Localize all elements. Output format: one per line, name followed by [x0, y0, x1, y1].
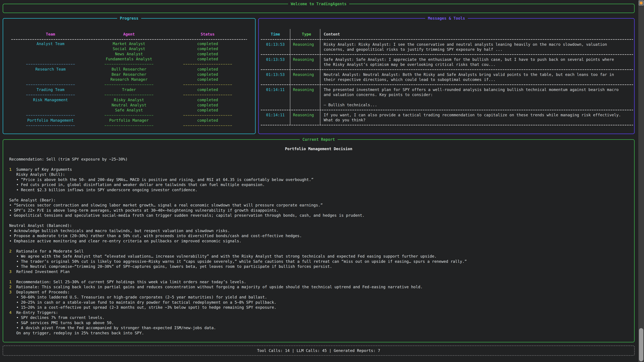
group-divider [11, 123, 247, 128]
type-cell: Reasoning [290, 87, 320, 108]
agent-cell: Portfolio Manager [90, 118, 168, 123]
report-line: • “Price is above both the 50- and 200-d… [9, 177, 634, 182]
current-report-panel: Current Report Portfolio Management Deci… [3, 139, 634, 343]
status-cell: completed [168, 67, 247, 72]
list-number: 1 [9, 279, 16, 285]
agent-cell: Bull Researcher [90, 67, 168, 72]
agent-cell: Social Analyst [90, 46, 168, 51]
team-cell [11, 56, 90, 62]
scrollbar-thumb[interactable] [639, 328, 643, 361]
status-cell: completed [168, 108, 247, 113]
table-row: Research Managercompleted [11, 77, 247, 82]
content-cell: Neutral Analyst: Neutral Analyst: Both t… [320, 72, 633, 82]
report-panel-title: Current Report [300, 137, 338, 142]
welcome-banner: Welcome to TradingAgents [3, 4, 634, 13]
scrollbar-track[interactable] [638, 0, 644, 362]
table-row: Neutral Analystcompleted [11, 103, 247, 108]
team-cell: Trading Team [11, 87, 90, 92]
status-cell: completed [168, 97, 247, 103]
type-cell: Reasoning [290, 112, 320, 123]
content-line: Risky Analyst: Risky Analyst: I see the … [324, 42, 633, 47]
table-row: Social Analystcompleted [11, 46, 247, 51]
header-divider [11, 39, 247, 40]
scrollbar-top-button[interactable] [639, 1, 644, 5]
status-cell: completed [168, 41, 247, 46]
report-line: 3Deployment of Proceeds: [9, 290, 634, 295]
report-blank-line [9, 218, 634, 223]
team-cell [11, 108, 90, 113]
report-line: 4Re-Entry Triggers: [9, 310, 634, 315]
content-line: Neutral Analyst: Neutral Analyst: Both t… [324, 72, 633, 77]
report-line: • SPY’s 22× P/E is above long-term avera… [9, 208, 634, 213]
team-cell [11, 77, 90, 82]
content-line: – Bullish technicals... [324, 102, 633, 108]
list-number: 3 [9, 290, 16, 295]
report-line: Recommendation: Sell (trim SPY exposure … [9, 157, 634, 162]
column-header-agent: Agent [90, 32, 168, 37]
report-line: • The trader’s original 50% cut is likel… [9, 259, 634, 264]
content-line: the Risky Analyst’s optimism may be over… [324, 62, 633, 67]
report-line: • Propose a moderate trim (20–30%) rathe… [9, 233, 634, 239]
content-line [324, 97, 633, 103]
report-line: 3Refined Investment Plan [9, 269, 634, 274]
time-cell: 01:13:53 [261, 72, 290, 82]
table-row: Research TeamBull Researchercompleted [11, 67, 247, 72]
report-line: • Geopolitical tensions and speculative … [9, 213, 634, 218]
status-cell: completed [168, 103, 247, 108]
agent-cell: Fundamentals Analyst [90, 56, 168, 62]
content-line: Safe Analyst: Safe Analyst: I appreciate… [324, 57, 633, 62]
agent-cell: Neutral Analyst [90, 103, 168, 108]
message-row: 01:13:53ReasoningNeutral Analyst: Neutra… [261, 70, 633, 84]
column-header-content: Content [320, 32, 633, 37]
list-number: 2 [9, 284, 16, 290]
report-line: • 50–60% into laddered U.S. Treasuries o… [9, 295, 634, 300]
column-header-team: Team [11, 32, 90, 37]
report-line: Safe Analyst (Bear): [9, 198, 634, 203]
messages-table: Time Type Content 01:13:53ReasoningRisky… [261, 29, 633, 125]
status-cell: completed [168, 87, 247, 92]
group-divider [11, 113, 247, 118]
report-line: • We agree with the Safe Analyst that “e… [9, 254, 634, 259]
report-line: Risky Analyst (Bull): [9, 172, 634, 177]
team-cell: Research Team [11, 67, 90, 72]
report-blank-line [9, 192, 634, 198]
type-cell: Reasoning [290, 72, 320, 82]
progress-table-body: Analyst TeamMarket AnalystcompletedSocia… [11, 41, 247, 128]
report-blank-line [9, 162, 634, 167]
group-divider [11, 82, 247, 87]
list-number: 1 [9, 167, 16, 172]
time-cell: 01:13:53 [261, 42, 290, 52]
content-cell: Safe Analyst: Safe Analyst: I appreciate… [320, 57, 633, 67]
row-divider [261, 125, 633, 125]
content-line: If you want, I can also provide a tactic… [324, 112, 633, 118]
report-line: On any trigger, redeploy in 25% tranches… [9, 331, 634, 336]
table-row: Portfolio ManagementPortfolio Managercom… [11, 118, 247, 123]
report-line: 2Rationale: This scaling back locks in p… [9, 284, 634, 290]
message-row: 01:14:11ReasoningIf you want, I can also… [261, 110, 633, 125]
stats-text: Tool Calls: 14 | LLM Calls: 45 | Generat… [257, 348, 380, 353]
messages-panel: Messages & Tools Time Type Content 01:13… [258, 18, 634, 134]
team-cell: Portfolio Management [11, 118, 90, 123]
column-separator [290, 29, 290, 125]
type-cell: Reasoning [290, 57, 320, 67]
report-line: • Emphasize active monitoring and clear … [9, 239, 634, 244]
message-row: 01:13:53ReasoningRisky Analyst: Risky An… [261, 40, 633, 54]
team-cell [11, 51, 90, 57]
list-number: 4 [9, 310, 16, 315]
report-line: 2Rationale for a Moderate Sell [9, 249, 634, 254]
agent-cell: News Analyst [90, 51, 168, 57]
report-blank-line [9, 274, 634, 279]
table-row: Fundamentals Analystcompleted [11, 56, 247, 62]
report-blank-line [9, 244, 634, 249]
message-row: 01:14:11ReasoningThe presented investmen… [261, 85, 633, 110]
agent-cell: Research Manager [90, 77, 168, 82]
stats-footer: Tool Calls: 14 | LLM Calls: 45 | Generat… [3, 346, 634, 356]
group-divider [11, 92, 247, 97]
message-row: 01:13:53ReasoningSafe Analyst: Safe Anal… [261, 55, 633, 69]
team-cell: Analyst Team [11, 41, 90, 46]
time-cell: 01:13:53 [261, 57, 290, 67]
content-cell: The presented investment plan for SPY of… [320, 87, 633, 108]
report-line: • Fed cuts priced in, global disinflatio… [9, 182, 634, 187]
content-line: concerns, and geopolitical risks to just… [324, 47, 633, 52]
table-row: Safe Analystcompleted [11, 108, 247, 113]
